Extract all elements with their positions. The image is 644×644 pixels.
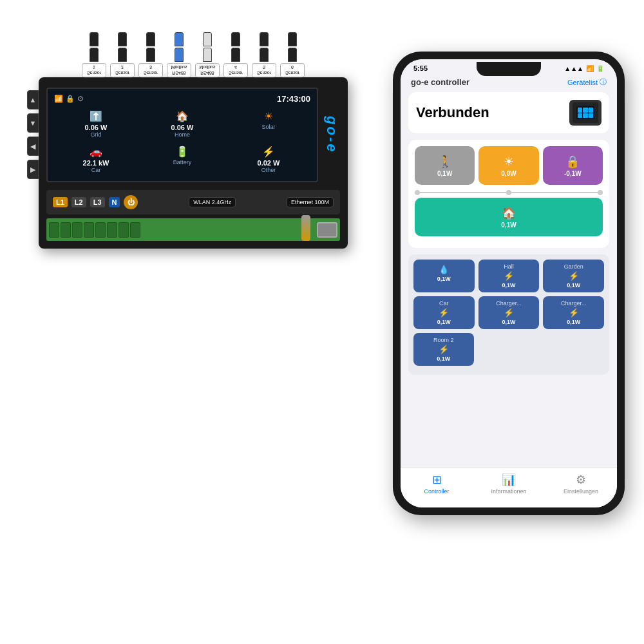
car-value: 22.1 kW: [83, 159, 109, 167]
screen-car-item: 🚗 22.1 kW Car: [54, 143, 138, 176]
device-tile-charger1[interactable]: Charger... ⚡ 0,1W: [478, 296, 540, 329]
dot-right: [598, 190, 603, 195]
device-grid: 💧 0,1W Hall ⚡ 0,1W Garden ⚡ 0,1W: [408, 254, 609, 375]
device-tile-garden[interactable]: Garden ⚡ 0,1W: [543, 260, 604, 292]
tile3-value: -0,1W: [564, 170, 582, 177]
energy-section: 🚶 0,1W ☀ 0,0W 🔒 -0,1W: [408, 140, 609, 248]
device-value-garden: 0,1W: [567, 282, 580, 289]
verbunden-text: Verbunden: [416, 104, 489, 121]
label-sensor6: Sensor6: [280, 63, 305, 77]
device-value-charger2: 0,1W: [567, 319, 580, 325]
terminal-slot-8: [130, 222, 140, 238]
pin-5b: [260, 48, 269, 62]
device-value-1: 0,1W: [437, 276, 451, 282]
device-value-room2: 0,1W: [437, 355, 450, 362]
nav-informationen[interactable]: 📊 Informationen: [473, 473, 545, 495]
home-icon: 🏠: [176, 110, 189, 122]
label-sensor1: Sensor1: [82, 63, 106, 77]
dot-center: [506, 190, 511, 195]
device-tile-room2[interactable]: Room 2 ⚡ 0,1W: [413, 333, 474, 366]
wifi-status-icon: 📶: [586, 65, 594, 72]
tile-home: 🏠 0,1W: [415, 198, 603, 236]
settings-icon: ⚙: [77, 95, 84, 103]
pin-1b: [90, 48, 99, 62]
status-icons: ▲▲▲ 📶 🔋: [564, 64, 604, 72]
info-nav-icon: 📊: [502, 473, 516, 487]
antenna-assembly: [301, 218, 310, 241]
device-thumb-screen: [576, 106, 594, 119]
geraete-button[interactable]: Gerätelist ⓘ: [567, 77, 607, 87]
battery-status-icon: 🔋: [596, 65, 604, 72]
person-icon: 🚶: [438, 155, 452, 169]
nav-einstellungen[interactable]: ⚙ Einstellungen: [545, 473, 617, 495]
center-tile-row: 🏠 0,1W: [415, 198, 603, 236]
pin-1a: [90, 32, 99, 46]
tile-solar: ☀ 0,0W: [478, 146, 538, 185]
device-tile-hall[interactable]: Hall ⚡ 0,1W: [478, 260, 540, 292]
screen-other-item: ⚡ 0.02 W Other: [227, 143, 310, 176]
pin-4b: [231, 48, 240, 62]
device-thumbnail: [569, 100, 601, 126]
device-row-2: Car ⚡ 0,1W Charger... ⚡ 0,1W Charger... …: [413, 296, 604, 329]
pin-rs1b: [175, 48, 184, 62]
pin-6a: [288, 32, 297, 46]
status-time: 5:55: [413, 64, 428, 72]
terminal-slot-5: [95, 222, 106, 238]
device-tile-1[interactable]: 💧 0,1W: [413, 260, 475, 292]
device-label-car: Car: [439, 300, 449, 307]
settings-nav-icon: ⚙: [576, 473, 586, 487]
device-value-car: 0,1W: [437, 319, 451, 325]
bottom-labels-bar: L1 L2 L3 N ⏻ WLAN 2.4GHz Ethernet 100M: [46, 190, 340, 214]
ethernet-badge: Ethernet 100M: [287, 197, 334, 207]
btn-left[interactable]: ◀: [27, 137, 39, 156]
goe-logo: go-e: [318, 116, 340, 153]
connector-group-5: Sensor5: [252, 32, 276, 77]
car-label: Car: [91, 167, 101, 173]
connectors-top: Sensor1 Sensor2 Sensor3 RS485Modbus RS48…: [39, 32, 348, 77]
verbunden-card: Verbunden: [408, 92, 609, 133]
label-rs485-2: RS485Modbus: [195, 63, 220, 77]
terminal-slot-2: [61, 222, 71, 238]
connector-group-rs485-2: RS485Modbus: [195, 32, 220, 77]
car-icon: 🚗: [90, 146, 102, 158]
device-icon-garden: ⚡: [569, 271, 579, 281]
solar-icon: ☀: [264, 110, 273, 122]
pin-3b: [146, 48, 155, 62]
connector-lines: [415, 190, 603, 195]
nav-controller[interactable]: ⊞ Controller: [401, 473, 473, 495]
nav-info-label: Informationen: [491, 488, 526, 495]
other-label: Other: [261, 167, 276, 173]
grid-icon: ⬆️: [90, 110, 102, 122]
grid-value: 0.06 W: [85, 124, 108, 131]
grid-label: Grid: [90, 131, 101, 138]
home-tile-icon: 🏠: [502, 206, 516, 220]
display-screen: 📶 🔒 ⚙ 17:43:00 ⬆️ 0.06 W Grid: [46, 88, 318, 182]
app-header: go-e controller Gerätelist ⓘ: [401, 75, 617, 92]
side-buttons[interactable]: ▲ ▼ ◀ ▶: [27, 90, 39, 179]
screen-solar-item: ☀ Solar: [227, 108, 310, 140]
label-L1: L1: [53, 197, 68, 207]
device-icon-charger2: ⚡: [569, 308, 579, 317]
device-tile-car[interactable]: Car ⚡ 0,1W: [413, 296, 475, 329]
app-title: go-e controller: [411, 77, 469, 87]
terminal-slot-3: [72, 222, 82, 238]
btn-down[interactable]: ▼: [27, 113, 39, 133]
pin-3a: [146, 32, 155, 46]
device-icon-1: 💧: [439, 265, 449, 274]
btn-right[interactable]: ▶: [27, 160, 39, 179]
connector-group-2: Sensor2: [110, 32, 135, 77]
device: Sensor1 Sensor2 Sensor3 RS485Modbus RS48…: [39, 32, 348, 483]
device-tile-charger2[interactable]: Charger... ⚡ 0,1W: [543, 296, 604, 329]
info-icon: ⓘ: [600, 77, 607, 87]
pin-rs2a: [203, 32, 212, 46]
btn-up[interactable]: ▲: [27, 90, 39, 109]
connector-group-1: Sensor1: [82, 32, 106, 77]
dt-p4: [578, 113, 582, 118]
screen-home-item: 🏠 0.06 W Home: [140, 108, 224, 140]
home-value: 0.06 W: [171, 124, 194, 131]
screen-energy-grid: ⬆️ 0.06 W Grid 🏠 0.06 W Home ☀ Sol: [54, 108, 310, 176]
label-GND: ⏻: [124, 195, 138, 209]
label-sensor5: Sensor5: [252, 63, 276, 77]
tile1-value: 0,1W: [437, 170, 452, 177]
pin-2a: [118, 32, 127, 46]
